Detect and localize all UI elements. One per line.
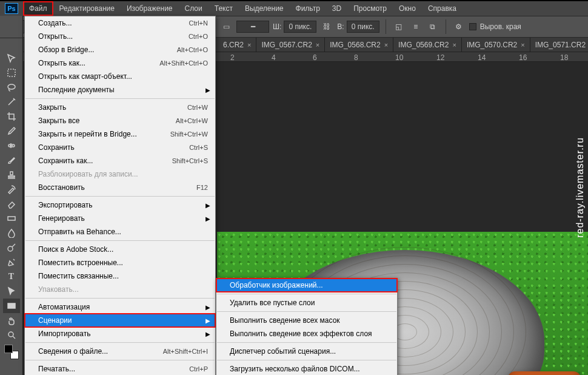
menu-редактирование[interactable]: Редактирование	[53, 1, 121, 16]
tool-box: T	[0, 16, 23, 375]
menu-item[interactable]: Сведения о файле...Alt+Shift+Ctrl+I	[25, 345, 215, 358]
document-tab[interactable]: IMG_0571.CR2×	[530, 38, 588, 52]
close-icon[interactable]: ×	[521, 41, 524, 49]
document-tab[interactable]: IMG_0567.CR2×	[256, 38, 325, 52]
svg-rect-0	[8, 69, 15, 76]
history-brush-tool-icon[interactable]	[3, 182, 20, 197]
menu-item[interactable]: Удалить все пустые слои	[216, 296, 397, 309]
brush-tool-icon[interactable]	[3, 153, 20, 167]
align-edges-label: Выров. края	[480, 22, 521, 31]
dodge-tool-icon[interactable]	[3, 240, 20, 255]
pathops-icon[interactable]: ◱	[392, 20, 406, 33]
menu-item[interactable]: Экспортировать▶	[25, 198, 215, 212]
menu-item[interactable]: Автоматизация▶	[25, 300, 215, 314]
close-icon[interactable]: ×	[384, 41, 388, 49]
menu-просмотр[interactable]: Просмотр	[347, 1, 393, 16]
ruler-mark: 2	[230, 53, 235, 62]
menu-справка[interactable]: Справка	[422, 1, 463, 16]
menu-item[interactable]: Выполнить сведение всех эффектов слоя	[216, 327, 397, 340]
submenu-arrow-icon: ▶	[205, 87, 210, 93]
marquee-tool-icon[interactable]	[3, 66, 20, 80]
menu-item[interactable]: Выполнить сведение всех масок	[216, 314, 397, 327]
menu-item[interactable]: Отправить на Behance...	[25, 225, 215, 238]
document-tab[interactable]: 6.CR2×	[218, 38, 256, 52]
crop-tool-icon[interactable]	[3, 109, 20, 124]
menu-item[interactable]: Обработчик изображений...	[216, 279, 397, 292]
menu-item[interactable]: Генерировать▶	[25, 212, 215, 225]
menu-item[interactable]: СохранитьCtrl+S	[25, 141, 215, 154]
width-input[interactable]: 0 пикс.	[284, 21, 316, 33]
menu-файл[interactable]: Файл	[23, 1, 53, 16]
ruler-mark: 6	[313, 53, 317, 62]
menu-item[interactable]: Закрыть всеAlt+Ctrl+W	[25, 114, 215, 127]
menu-окно[interactable]: Окно	[393, 1, 422, 16]
stamp-tool-icon[interactable]	[3, 167, 20, 182]
move-tool-icon[interactable]	[3, 51, 20, 66]
healing-tool-icon[interactable]	[3, 138, 20, 153]
menu-фильтр[interactable]: Фильтр	[290, 1, 326, 16]
svg-point-1	[8, 84, 15, 89]
height-input[interactable]: 0 пикс.	[347, 21, 379, 33]
close-icon[interactable]: ×	[452, 41, 456, 49]
close-icon[interactable]: ×	[316, 41, 319, 49]
menu-item[interactable]: Поместить связанные...	[25, 269, 215, 283]
svg-point-4	[8, 246, 13, 251]
gear-icon[interactable]: ⚙	[452, 20, 466, 33]
menu-item[interactable]: Импортировать▶	[25, 327, 215, 340]
document-tab[interactable]: IMG_0568.CR2×	[325, 38, 393, 52]
gradient-tool-icon[interactable]	[3, 211, 20, 226]
menu-item[interactable]: Открыть как...Alt+Shift+Ctrl+O	[25, 56, 215, 70]
wand-tool-icon[interactable]	[3, 95, 20, 109]
menu-3d[interactable]: 3D	[326, 1, 347, 16]
menu-item[interactable]: Загрузить несколько файлов DICOM...	[216, 362, 397, 375]
menu-item[interactable]: Закрыть и перейти в Bridge...Shift+Ctrl+…	[25, 127, 215, 141]
document-tab[interactable]: IMG_0570.CR2×	[462, 38, 530, 52]
zoom-tool-icon[interactable]	[3, 328, 20, 342]
menu-item[interactable]: Открыть...Ctrl+O	[25, 30, 215, 43]
menu-item[interactable]: ВосстановитьF12	[25, 181, 215, 194]
eraser-tool-icon[interactable]	[3, 197, 20, 211]
link-icon[interactable]: ⛓	[320, 20, 333, 33]
opt-stroke-style[interactable]: ━	[236, 21, 269, 33]
menu-item[interactable]: Сохранить как...Shift+Ctrl+S	[25, 154, 215, 167]
menu-item[interactable]: Поместить встроенные...	[25, 256, 215, 269]
svg-rect-5	[8, 303, 15, 308]
height-label: В:	[337, 22, 344, 31]
document-tab[interactable]: IMG_0569.CR2×	[393, 38, 462, 52]
menu-текст[interactable]: Текст	[209, 1, 239, 16]
ruler-mark: 16	[519, 53, 527, 62]
menu-item[interactable]: Печатать...Ctrl+P	[25, 362, 215, 375]
menu-изображение[interactable]: Изображение	[121, 1, 179, 16]
menu-выделение[interactable]: Выделение	[239, 1, 290, 16]
align-icon[interactable]: ≡	[409, 20, 423, 33]
scripts-submenu: Обработчик изображений...Удалить все пус…	[216, 278, 398, 375]
pen-tool-icon[interactable]	[3, 255, 20, 269]
eyedropper-tool-icon[interactable]	[3, 124, 20, 138]
menu-item: Разблокировать для записи...	[25, 167, 215, 181]
type-tool-icon[interactable]: T	[3, 269, 20, 284]
blur-tool-icon[interactable]	[3, 226, 20, 240]
path-select-tool-icon[interactable]	[3, 284, 20, 299]
submenu-arrow-icon: ▶	[205, 304, 210, 311]
align-edges-checkbox[interactable]	[469, 23, 476, 30]
menu-bar: Ps ФайлРедактированиеИзображениеСлоиТекс…	[0, 0, 588, 16]
menu-item[interactable]: Обзор в Bridge...Alt+Ctrl+O	[25, 43, 215, 56]
menu-item[interactable]: ЗакрытьCtrl+W	[25, 101, 215, 114]
menu-item[interactable]: Диспетчер событий сценария...	[216, 345, 397, 358]
hand-tool-icon[interactable]	[3, 313, 20, 328]
close-icon[interactable]: ×	[247, 41, 251, 49]
rectangle-tool-icon[interactable]	[3, 299, 20, 313]
foreground-background-swatch[interactable]	[4, 345, 19, 359]
arrange-icon[interactable]: ⧉	[426, 20, 439, 33]
menu-слои[interactable]: Слои	[179, 1, 209, 16]
width-label: Ш:	[273, 22, 281, 31]
menu-item[interactable]: Поиск в Adobe Stock...	[25, 243, 215, 256]
menu-item[interactable]: Сценарии▶	[25, 314, 215, 327]
svg-point-6	[8, 332, 13, 337]
opt-shape-icon[interactable]: ▭	[219, 20, 233, 33]
menu-item[interactable]: Последние документы▶	[25, 83, 215, 96]
menu-item[interactable]: Создать...Ctrl+N	[25, 16, 215, 30]
lasso-tool-icon[interactable]	[3, 80, 20, 95]
menu-item[interactable]: Открыть как смарт-объект...	[25, 70, 215, 83]
file-menu-dropdown: Создать...Ctrl+NОткрыть...Ctrl+OОбзор в …	[24, 16, 216, 375]
